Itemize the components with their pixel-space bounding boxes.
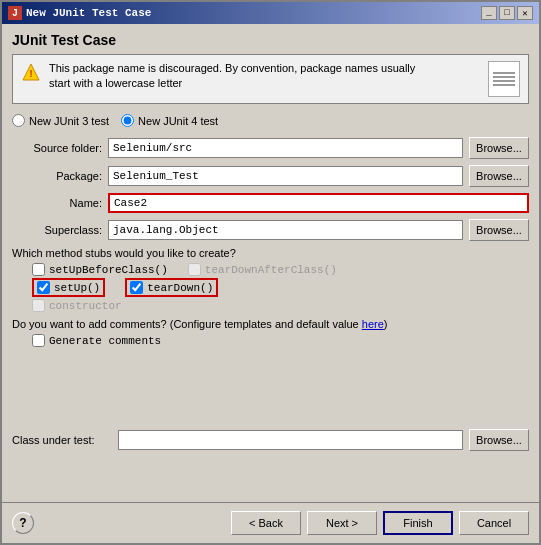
generate-comments-checkbox[interactable] xyxy=(32,334,45,347)
name-row: Name: xyxy=(12,193,529,213)
warning-box: ! This package name is discouraged. By c… xyxy=(12,54,529,104)
teardown-label: tearDown() xyxy=(147,282,213,294)
window-icon: J xyxy=(8,6,22,20)
teardown-item: tearDown() xyxy=(125,278,218,297)
package-row: Package: Browse... xyxy=(12,165,529,187)
class-under-test-row: Class under test: Browse... xyxy=(12,429,529,451)
window-title: New JUnit Test Case xyxy=(26,7,151,19)
cancel-button[interactable]: Cancel xyxy=(459,511,529,535)
next-button[interactable]: Next > xyxy=(307,511,377,535)
radio-junit4-label: New JUnit 4 test xyxy=(138,115,218,127)
help-button[interactable]: ? xyxy=(12,512,34,534)
section-title: JUnit Test Case xyxy=(12,32,529,48)
here-link[interactable]: here xyxy=(362,318,384,330)
stubs-row-1: setUpBeforeClass() tearDownAfterClass() xyxy=(32,263,529,276)
main-content: JUnit Test Case ! This package name is d… xyxy=(2,24,539,502)
package-label: Package: xyxy=(12,170,102,182)
stubs-row-3: constructor xyxy=(32,299,529,312)
generate-comments-item: Generate comments xyxy=(12,334,529,347)
teardown-after-class-checkbox[interactable] xyxy=(188,263,201,276)
warning-text: This package name is discouraged. By con… xyxy=(49,61,480,92)
title-bar: J New JUnit Test Case _ □ ✕ xyxy=(2,2,539,24)
stubs-row-2: setUp() tearDown() xyxy=(32,278,529,297)
superclass-input[interactable] xyxy=(108,220,463,240)
stubs-label: Which method stubs would you like to cre… xyxy=(12,247,529,259)
generate-comments-label: Generate comments xyxy=(49,335,161,347)
stubs-section: Which method stubs would you like to cre… xyxy=(12,247,529,312)
teardown-after-class-item: tearDownAfterClass() xyxy=(188,263,337,276)
radio-junit3-label: New JUnit 3 test xyxy=(29,115,109,127)
maximize-button[interactable]: □ xyxy=(499,6,515,20)
document-icon xyxy=(488,61,520,97)
superclass-label: Superclass: xyxy=(12,224,102,236)
comments-label: Do you want to add comments? (Configure … xyxy=(12,318,529,330)
constructor-label: constructor xyxy=(49,300,122,312)
minimize-button[interactable]: _ xyxy=(481,6,497,20)
bottom-bar: ? < Back Next > Finish Cancel xyxy=(2,502,539,543)
finish-button[interactable]: Finish xyxy=(383,511,453,535)
title-bar-left: J New JUnit Test Case xyxy=(8,6,151,20)
teardown-after-class-label: tearDownAfterClass() xyxy=(205,264,337,276)
superclass-browse-button[interactable]: Browse... xyxy=(469,219,529,241)
setup-before-class-item: setUpBeforeClass() xyxy=(32,263,168,276)
radio-junit4-input[interactable] xyxy=(121,114,134,127)
radio-junit3[interactable]: New JUnit 3 test xyxy=(12,114,109,127)
radio-group: New JUnit 3 test New JUnit 4 test xyxy=(12,114,529,127)
source-folder-browse-button[interactable]: Browse... xyxy=(469,137,529,159)
title-buttons: _ □ ✕ xyxy=(481,6,533,20)
close-button[interactable]: ✕ xyxy=(517,6,533,20)
setup-before-class-checkbox[interactable] xyxy=(32,263,45,276)
name-input[interactable] xyxy=(108,193,529,213)
source-folder-input[interactable] xyxy=(108,138,463,158)
setup-before-class-label: setUpBeforeClass() xyxy=(49,264,168,276)
warning-icon: ! xyxy=(21,62,41,82)
package-browse-button[interactable]: Browse... xyxy=(469,165,529,187)
stubs-grid: setUpBeforeClass() tearDownAfterClass() … xyxy=(12,263,529,312)
back-button[interactable]: < Back xyxy=(231,511,301,535)
setup-checkbox[interactable] xyxy=(37,281,50,294)
source-folder-row: Source folder: Browse... xyxy=(12,137,529,159)
setup-item: setUp() xyxy=(32,278,105,297)
name-label: Name: xyxy=(12,197,102,209)
radio-junit4[interactable]: New JUnit 4 test xyxy=(121,114,218,127)
superclass-row: Superclass: Browse... xyxy=(12,219,529,241)
main-window: J New JUnit Test Case _ □ ✕ JUnit Test C… xyxy=(0,0,541,545)
constructor-item: constructor xyxy=(32,299,122,312)
setup-label: setUp() xyxy=(54,282,100,294)
package-input[interactable] xyxy=(108,166,463,186)
radio-junit3-input[interactable] xyxy=(12,114,25,127)
class-under-test-input[interactable] xyxy=(118,430,463,450)
svg-text:!: ! xyxy=(28,68,35,80)
constructor-checkbox[interactable] xyxy=(32,299,45,312)
comments-section: Do you want to add comments? (Configure … xyxy=(12,318,529,347)
bottom-buttons: < Back Next > Finish Cancel xyxy=(231,511,529,535)
class-under-test-browse-button[interactable]: Browse... xyxy=(469,429,529,451)
source-folder-label: Source folder: xyxy=(12,142,102,154)
teardown-checkbox[interactable] xyxy=(130,281,143,294)
class-under-test-label: Class under test: xyxy=(12,434,112,446)
